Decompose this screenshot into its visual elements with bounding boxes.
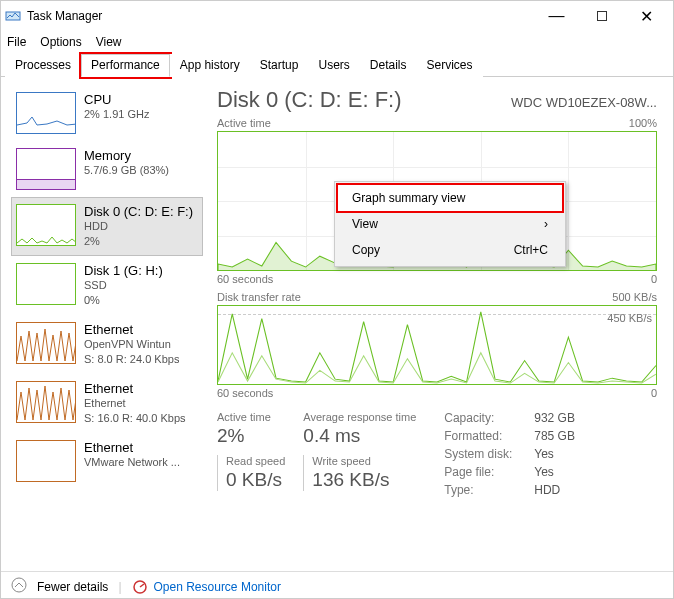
sidebar-eth1-sub2: S: 16.0 R: 40.0 Kbps [84,411,186,426]
open-resource-monitor-link[interactable]: Open Resource Monitor [132,579,281,595]
avg-resp-value: 0.4 ms [303,425,416,447]
sidebar-eth1-sub1: Ethernet [84,396,186,411]
memory-thumb-icon [16,148,76,190]
tab-users[interactable]: Users [308,54,359,77]
chart2-label-left: Disk transfer rate [217,291,301,303]
sidebar-disk1-sub2: 0% [84,293,163,308]
capacity-k: Capacity: [444,411,534,425]
tab-services[interactable]: Services [417,54,483,77]
chart1-bot-left: 60 seconds [217,273,273,285]
svg-line-4 [140,584,144,587]
device-name: WDC WD10EZEX-08W... [511,95,657,110]
sidebar-memory-sub: 5.7/6.9 GB (83%) [84,163,169,178]
main-panel: Disk 0 (C: D: E: F:) WDC WD10EZEX-08W...… [207,77,673,571]
disk0-thumb-icon [16,204,76,246]
sidebar-cpu-title: CPU [84,92,149,107]
sidebar-disk0-title: Disk 0 (C: D: E: F:) [84,204,193,219]
formatted-k: Formatted: [444,429,534,443]
sidebar-item-disk0[interactable]: Disk 0 (C: D: E: F:)HDD2% [11,197,203,256]
sidebar-item-memory[interactable]: Memory5.7/6.9 GB (83%) [11,141,203,197]
active-time-label: Active time [217,411,285,423]
read-speed-value: 0 KB/s [226,469,285,491]
window-controls: — ✕ [534,2,669,30]
chart2-label-right: 500 KB/s [612,291,657,303]
footer-bar: Fewer details | Open Resource Monitor [1,571,673,599]
sidebar-disk0-sub2: 2% [84,234,193,249]
sidebar-eth0-title: Ethernet [84,322,179,337]
app-icon [5,8,21,24]
chart2-bot-left: 60 seconds [217,387,273,399]
menu-options[interactable]: Options [40,35,81,49]
chart1-label-left: Active time [217,117,271,129]
chart2-bot-right: 0 [651,387,657,399]
page-title: Disk 0 (C: D: E: F:) [217,87,402,113]
sidebar-item-cpu[interactable]: CPU2% 1.91 GHz [11,85,203,141]
tab-processes[interactable]: Processes [5,54,81,77]
type-v: HDD [534,483,575,497]
performance-sidebar[interactable]: CPU2% 1.91 GHz Memory5.7/6.9 GB (83%) Di… [1,77,207,571]
ethernet2-thumb-icon [16,440,76,482]
chevron-up-icon [11,577,27,596]
window-title: Task Manager [27,9,534,23]
sidebar-disk1-sub1: SSD [84,278,163,293]
active-time-value: 2% [217,425,285,447]
pagefile-k: Page file: [444,465,534,479]
menu-view[interactable]: View [96,35,122,49]
chart1-bot-right: 0 [651,273,657,285]
tab-details[interactable]: Details [360,54,417,77]
titlebar: Task Manager — ✕ [1,1,673,31]
sidebar-item-disk1[interactable]: Disk 1 (G: H:)SSD0% [11,256,203,315]
disk1-thumb-icon [16,263,76,305]
maximize-button[interactable] [579,2,624,30]
sidebar-eth1-title: Ethernet [84,381,186,396]
pagefile-v: Yes [534,465,575,479]
sidebar-eth0-sub2: S: 8.0 R: 24.0 Kbps [84,352,179,367]
ctx-copy[interactable]: CopyCtrl+C [338,237,562,263]
close-button[interactable]: ✕ [624,2,669,30]
separator: | [118,580,121,594]
tab-performance[interactable]: Performance [81,54,170,77]
ethernet1-thumb-icon [16,381,76,423]
minimize-button[interactable]: — [534,2,579,30]
menu-file[interactable]: File [7,35,26,49]
sidebar-memory-title: Memory [84,148,169,163]
fewer-details-link[interactable]: Fewer details [37,580,108,594]
capacity-v: 932 GB [534,411,575,425]
sidebar-disk0-sub1: HDD [84,219,193,234]
type-k: Type: [444,483,534,497]
ctx-graph-summary-view[interactable]: Graph summary view [338,185,562,211]
menubar: File Options View [1,31,673,53]
system-k: System disk: [444,447,534,461]
stats-row: Active time 2% Read speed 0 KB/s Average… [217,411,657,497]
tab-app-history[interactable]: App history [170,54,250,77]
avg-resp-label: Average response time [303,411,416,423]
write-speed-label: Write speed [312,455,416,467]
context-menu: Graph summary view View› CopyCtrl+C [334,181,566,267]
sidebar-item-ethernet-0[interactable]: EthernetOpenVPN WintunS: 8.0 R: 24.0 Kbp… [11,315,203,374]
sidebar-item-ethernet-1[interactable]: EthernetEthernetS: 16.0 R: 40.0 Kbps [11,374,203,433]
content-area: CPU2% 1.91 GHz Memory5.7/6.9 GB (83%) Di… [1,77,673,571]
chevron-right-icon: › [544,217,548,231]
svg-rect-1 [597,12,606,21]
chart1-label-right: 100% [629,117,657,129]
sidebar-eth2-title: Ethernet [84,440,180,455]
resource-monitor-icon [132,579,148,595]
transfer-rate-chart[interactable]: 450 KB/s [217,305,657,385]
tab-strip: Processes Performance App history Startu… [1,53,673,77]
sidebar-cpu-sub: 2% 1.91 GHz [84,107,149,122]
tab-startup[interactable]: Startup [250,54,309,77]
ctx-view-submenu[interactable]: View› [338,211,562,237]
ethernet0-thumb-icon [16,322,76,364]
read-speed-label: Read speed [226,455,285,467]
write-speed-value: 136 KB/s [312,469,416,491]
svg-point-2 [12,578,26,592]
sidebar-item-ethernet-2[interactable]: EthernetVMware Network ... [11,433,203,489]
ctx-copy-accel: Ctrl+C [514,243,548,257]
sidebar-eth0-sub1: OpenVPN Wintun [84,337,179,352]
sidebar-eth2-sub1: VMware Network ... [84,455,180,470]
formatted-v: 785 GB [534,429,575,443]
cpu-thumb-icon [16,92,76,134]
system-v: Yes [534,447,575,461]
sidebar-disk1-title: Disk 1 (G: H:) [84,263,163,278]
